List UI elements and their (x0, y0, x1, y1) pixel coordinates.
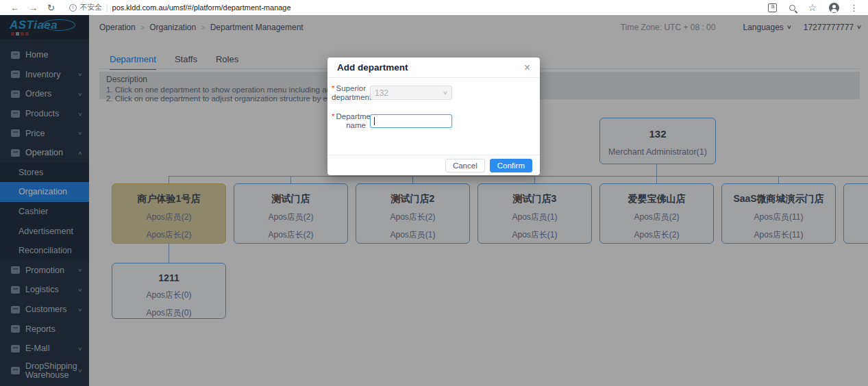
security-label[interactable]: 不安全 (80, 3, 102, 12)
select-value: 132 (375, 88, 388, 98)
screen: ← → ↻ 不安全 | pos.kldd.com.au/umsf/#/platf… (0, 0, 868, 386)
confirm-button[interactable]: Confirm (490, 159, 532, 172)
url-divider: | (106, 3, 108, 12)
department-name-label: *Department name (332, 112, 366, 129)
department-name-input[interactable] (370, 114, 452, 128)
info-icon[interactable] (69, 4, 77, 12)
text-cursor (374, 117, 375, 125)
superior-department-select: 132 ∨ (370, 86, 452, 100)
refresh-icon[interactable]: ↻ (47, 3, 55, 12)
browser-toolbar: ← → ↻ 不安全 | pos.kldd.com.au/umsf/#/platf… (0, 0, 868, 15)
close-icon[interactable]: × (524, 62, 530, 73)
cancel-button[interactable]: Cancel (445, 159, 485, 172)
add-department-modal: Add department × *Superior department 13… (327, 57, 540, 175)
bookmark-star-icon[interactable]: ☆ (808, 2, 817, 13)
forward-icon[interactable]: → (29, 3, 38, 12)
zoom-icon[interactable] (789, 5, 795, 11)
modal-title: Add department (337, 62, 408, 73)
required-asterisk: * (332, 84, 334, 92)
profile-avatar-icon[interactable] (829, 3, 839, 13)
address-bar[interactable]: pos.kldd.com.au/umsf/#/platform/departme… (112, 3, 291, 12)
browser-menu-icon[interactable]: ⋮ (850, 3, 858, 13)
chevron-down-icon: ∨ (443, 90, 448, 96)
superior-department-label: *Superior department (332, 84, 366, 101)
required-asterisk: * (332, 112, 334, 120)
back-icon[interactable]: ← (10, 3, 19, 12)
translate-icon[interactable] (768, 3, 777, 12)
